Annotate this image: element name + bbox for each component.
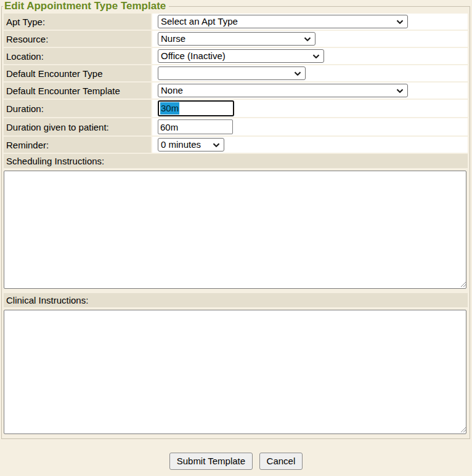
form-row-duration-given: Duration given to patient: (4, 118, 468, 135)
default-encounter-type-label: Default Encounter Type (4, 65, 151, 81)
form-row-resource: Resource: Nurse (4, 31, 468, 47)
form-row-default-encounter-type: Default Encounter Type (4, 65, 468, 81)
clinical-instructions-textarea[interactable] (4, 310, 466, 434)
default-encounter-template-cell: None (152, 83, 468, 99)
reminder-select[interactable]: 0 minutes (158, 138, 224, 151)
scheduling-instructions-label: Scheduling Instructions: (4, 154, 468, 168)
resource-label: Resource: (4, 31, 151, 47)
duration-given-label: Duration given to patient: (4, 118, 151, 135)
page-title: Edit Appointment Type Template (3, 0, 169, 12)
edit-appointment-type-template-page: Edit Appointment Type Template Apt Type:… (0, 0, 472, 476)
clinical-instructions-label: Clinical Instructions: (4, 293, 468, 307)
submit-template-button[interactable]: Submit Template (169, 453, 253, 470)
scheduling-instructions-textarea[interactable] (4, 171, 466, 289)
resource-select[interactable]: Nurse (158, 32, 315, 46)
form-row-apt-type: Apt Type: Select an Apt Type (4, 14, 468, 30)
section-row-scheduling-instructions: Scheduling Instructions: (4, 154, 468, 168)
template-fieldset: Edit Appointment Type Template Apt Type:… (1, 0, 470, 439)
form-row-reminder: Reminder: 0 minutes (4, 137, 468, 153)
resize-grip-icon[interactable] (460, 281, 466, 288)
duration-given-input[interactable] (158, 119, 233, 134)
location-select[interactable]: Office (Inactive) (158, 49, 324, 63)
apt-type-select[interactable]: Select an Apt Type (158, 15, 408, 28)
form-row-location: Location: Office (Inactive) (4, 48, 468, 64)
duration-label: Duration: (4, 100, 151, 117)
default-encounter-type-select[interactable] (158, 67, 306, 80)
resource-cell: Nurse (152, 31, 468, 47)
duration-selected-text: 30m (160, 102, 179, 115)
form-row-default-encounter-template: Default Encounter Template None (4, 83, 468, 99)
form-actions: Submit Template Cancel (0, 453, 472, 470)
default-encounter-template-select-control[interactable]: None (158, 84, 408, 97)
resize-grip-icon[interactable] (460, 426, 466, 433)
reminder-cell: 0 minutes (152, 137, 468, 153)
resource-select-control[interactable]: Nurse (158, 32, 315, 46)
reminder-select-control[interactable]: 0 minutes (158, 138, 224, 151)
apt-type-label: Apt Type: (4, 14, 151, 30)
textarea-row-clinical (4, 309, 468, 434)
section-row-clinical-instructions: Clinical Instructions: (4, 293, 468, 307)
default-encounter-template-label: Default Encounter Template (4, 83, 151, 99)
form-row-duration: Duration: 30m (4, 100, 468, 117)
default-encounter-template-select[interactable]: None (158, 84, 408, 97)
default-encounter-type-select-control[interactable] (158, 67, 306, 80)
textarea-row-scheduling (4, 169, 468, 292)
template-form-table: Apt Type: Select an Apt Type Resource: N… (2, 12, 469, 435)
duration-input[interactable]: 30m (158, 100, 234, 116)
cancel-button[interactable]: Cancel (259, 453, 303, 470)
location-label: Location: (4, 48, 151, 64)
location-select-control[interactable]: Office (Inactive) (158, 49, 324, 63)
duration-given-cell (152, 118, 468, 135)
location-cell: Office (Inactive) (152, 48, 468, 64)
duration-cell: 30m (152, 100, 468, 117)
apt-type-select-control[interactable]: Select an Apt Type (158, 15, 408, 28)
reminder-label: Reminder: (4, 137, 151, 153)
default-encounter-type-cell (152, 65, 468, 81)
apt-type-cell: Select an Apt Type (152, 14, 468, 30)
